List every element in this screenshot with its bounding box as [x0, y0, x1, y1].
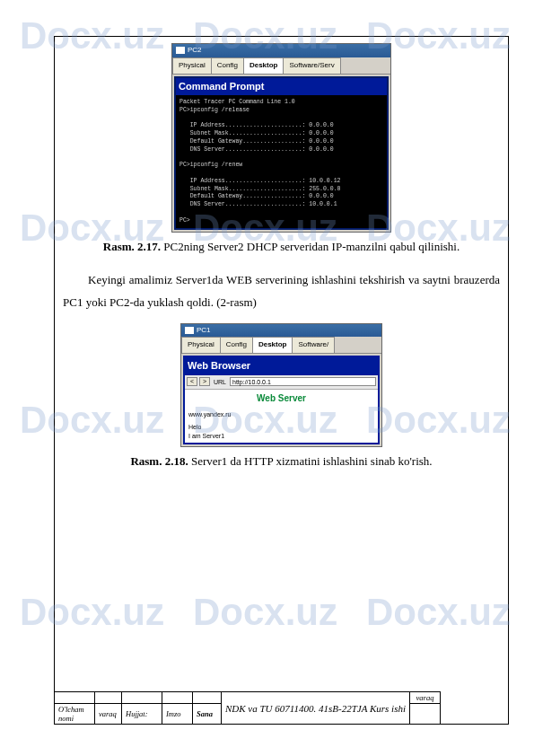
page-body: www.yandex.ru Helo I am Server1: [185, 408, 378, 443]
forward-button[interactable]: >: [199, 377, 210, 386]
terminal-output[interactable]: Packet Tracer PC Command Line 1.0 PC>ipc…: [176, 95, 387, 228]
tab-desktop[interactable]: Desktop: [243, 57, 285, 74]
page-line: Helo: [188, 423, 374, 432]
window-title: PC1: [197, 325, 211, 337]
back-button[interactable]: <: [187, 377, 197, 386]
screenshot-pc1-web-browser: PC1 Physical Config Desktop Software/ We…: [180, 323, 382, 448]
web-browser-panel: Web Browser < > URL http://10.0.0.1 Web …: [183, 356, 380, 444]
window-title: PC2: [188, 45, 202, 57]
browser-viewport: < > URL http://10.0.0.1 Web Server www.y…: [185, 375, 378, 444]
browser-toolbar: < > URL http://10.0.0.1: [185, 375, 378, 390]
app-icon: [185, 327, 194, 334]
window-tabs: Physical Config Desktop Software/: [181, 337, 381, 354]
footer-cell-olcham: O'lcham nomi: [55, 704, 95, 725]
page-line: www.yandex.ru: [188, 410, 374, 419]
tab-software[interactable]: Software/: [292, 337, 335, 353]
tab-config[interactable]: Config: [211, 57, 244, 74]
tab-config[interactable]: Config: [220, 337, 253, 353]
panel-title: Web Browser: [185, 357, 378, 375]
figure-caption-2: Rasm. 2.18. Server1 da HTTP xizmatini is…: [63, 453, 500, 471]
footer-cell-imzo: Imzo: [162, 704, 193, 725]
url-label: URL: [212, 377, 228, 387]
url-input[interactable]: http://10.0.0.1: [230, 377, 376, 386]
document-title: NDK va TU 60711400. 41sB-22TJA Kurs ishi: [222, 692, 410, 725]
caption-text: PC2ning Server2 DHCP serveridan IP-manzi…: [161, 240, 460, 253]
figure-caption-1: Rasm. 2.17. PC2ning Server2 DHCP serveri…: [63, 238, 500, 257]
command-prompt-panel: Command Prompt Packet Tracer PC Command …: [174, 76, 389, 231]
app-icon: [176, 47, 185, 54]
caption-label: Rasm. 2.17.: [103, 240, 161, 253]
screenshot-pc2-command-prompt: PC2 Physical Config Desktop Software/Ser…: [171, 43, 391, 233]
caption-label: Rasm. 2.18.: [130, 454, 188, 468]
page-number-cell: [409, 704, 440, 725]
footer-cell-hujjat: Hujjat:: [122, 704, 162, 725]
window-titlebar: PC2: [172, 44, 390, 57]
footer-cell-varaq: varaq: [95, 704, 122, 725]
tab-desktop[interactable]: Desktop: [252, 337, 293, 353]
tab-physical[interactable]: Physical: [172, 57, 212, 74]
footer-cell-sana: Sana: [193, 704, 222, 725]
tab-physical[interactable]: Physical: [181, 337, 221, 353]
title-block-table: NDK va TU 60711400. 41sB-22TJA Kurs ishi…: [54, 691, 441, 725]
tab-software[interactable]: Software/Serv: [283, 57, 340, 74]
page-line: I am Server1: [188, 432, 374, 441]
page-content: PC2 Physical Config Desktop Software/Ser…: [63, 43, 500, 484]
caption-text: Server1 da HTTP xizmatini ishlashini sin…: [188, 454, 433, 468]
page-heading: Web Server: [185, 391, 378, 406]
window-titlebar: PC1: [181, 324, 381, 338]
varaq-label: varaq: [409, 692, 440, 704]
body-paragraph: Keyingi amalimiz Server1da WEB serverini…: [63, 269, 500, 313]
panel-title: Command Prompt: [176, 78, 387, 96]
window-tabs: Physical Config Desktop Software/Serv: [172, 57, 390, 75]
